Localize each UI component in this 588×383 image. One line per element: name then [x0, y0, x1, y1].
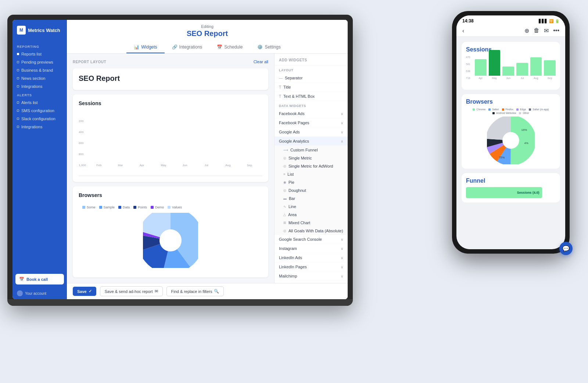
tab-schedule[interactable]: 📅 Schedule [209, 42, 250, 53]
bar-feb: Feb [90, 162, 108, 167]
sub-item-bar[interactable]: ▬ Bar [275, 194, 348, 203]
tab-integrations[interactable]: 🔗 Integrations [165, 42, 210, 53]
tab-settings[interactable]: ⚙️ Settings [250, 42, 288, 53]
widget-instagram[interactable]: Instagram ∨ [275, 244, 348, 253]
pie-chart-container [82, 213, 259, 268]
sub-item-single-metric-adword[interactable]: ◎ Single Metric for AdWord [275, 162, 348, 170]
facebook-pages-label: Facebook Pages [279, 121, 309, 125]
sidebar-item-news-section[interactable]: News section [12, 74, 67, 82]
goals-icon: ◎ [283, 229, 286, 233]
google-analytics-label: Google Analytics [279, 139, 309, 143]
sub-item-label: Single Metric for AdWord [288, 164, 333, 168]
add-icon[interactable]: ⊕ [524, 27, 529, 34]
phone-status-icons: ▋▋▋ 🛜 🔋 [539, 19, 559, 23]
account-button[interactable]: Your account [12, 287, 67, 299]
tab-widgets[interactable]: 📊 Widgets [126, 42, 164, 53]
sidebar-label: Integrations [21, 84, 42, 89]
widget-facebook-ads[interactable]: Facebook Ads ∨ [275, 109, 348, 118]
sub-item-single-metric[interactable]: ◎ Single Metric [275, 154, 348, 162]
widget-google-analytics[interactable]: Google Analytics ∧ [275, 137, 348, 146]
sidebar-label: Integrations [21, 125, 42, 129]
facebook-ads-label: Facebook Ads [279, 111, 305, 116]
line-icon: ∿ [283, 205, 286, 208]
nav-indicator [17, 126, 19, 128]
wifi-icon: 🛜 [549, 19, 553, 23]
gsc-label: Google Search Console [279, 237, 322, 241]
separator-icon: — [279, 76, 283, 80]
instagram-label: Instagram [279, 246, 297, 251]
laptop-screen: M Metrics Watch REPORTING Reports list P… [12, 20, 348, 299]
sub-item-line[interactable]: ∿ Line [275, 203, 348, 211]
nav-indicator [17, 85, 19, 87]
sub-item-all-goals[interactable]: ◎ All Goals With Data (Absolute) [275, 227, 348, 235]
sub-item-area[interactable]: △ Area [275, 211, 348, 219]
sub-item-list[interactable]: ≡ List [275, 170, 348, 178]
find-replace-button[interactable]: Find & replace in filters 🔍 [166, 286, 224, 296]
bar-value [544, 60, 556, 76]
widget-linkedin-ads[interactable]: LinkedIn Ads ∨ [275, 253, 348, 262]
widget-item-left: Google Analytics [279, 139, 309, 143]
tab-bar: 📊 Widgets 🔗 Integrations 📅 Schedule [74, 42, 340, 53]
sidebar-item-alerts-list[interactable]: Alerts list [12, 99, 67, 107]
widget-facebook-pages[interactable]: Facebook Pages ∨ [275, 118, 348, 128]
phone-browsers-section: Browsers Chrome Safari [462, 94, 560, 169]
widget-separator-label: Separator [285, 76, 302, 80]
back-icon[interactable]: ‹ [462, 28, 464, 34]
legend-item-sample: Sample [99, 205, 115, 209]
widget-google-ads[interactable]: Google Ads ∨ [275, 128, 348, 137]
widget-text-html[interactable]: T Text & HTML Box [275, 92, 348, 101]
bar-value [516, 63, 528, 76]
sub-item-label: Line [288, 204, 296, 209]
legend-item-points: Points [133, 205, 147, 209]
svg-text:16%: 16% [521, 128, 527, 132]
widget-google-search-console[interactable]: Google Search Console ∨ [275, 235, 348, 244]
sidebar-label: Alerts list [21, 100, 38, 105]
clear-all-button[interactable]: Clear all [254, 60, 268, 64]
laptop-device: M Metrics Watch REPORTING Reports list P… [7, 15, 360, 353]
save-button[interactable]: Save ✓ [73, 287, 96, 296]
sub-item-custom-funnel[interactable]: ⟶ Custom Funnel [275, 146, 348, 154]
sidebar-item-pending-previews[interactable]: Pending previews [12, 58, 67, 66]
legend-other: Other [519, 112, 529, 114]
book-call-button[interactable]: 📅 Book a call [15, 274, 64, 284]
widget-separator[interactable]: — Separator [275, 74, 348, 83]
legend-color [492, 112, 495, 114]
phone-time: 14:38 [462, 18, 474, 24]
widget-linkedin-pages[interactable]: LinkedIn Pages ∨ [275, 262, 348, 272]
sidebar-item-integrations-reporting[interactable]: Integrations [12, 82, 67, 90]
sub-item-pie[interactable]: ◉ Pie [275, 178, 348, 186]
sidebar-item-sms-config[interactable]: SMS configuration [12, 107, 67, 115]
sidebar-item-business-brand[interactable]: Business & brand [12, 66, 67, 74]
save-send-button[interactable]: Save & send ad-hoc report ✉ [100, 286, 163, 296]
nav-indicator [17, 77, 19, 79]
phone-status-bar: 14:38 ▋▋▋ 🛜 🔋 [456, 15, 565, 25]
widget-item-left: LinkedIn Ads [279, 255, 302, 260]
schedule-tab-icon: 📅 [217, 44, 222, 50]
widget-item-left: LinkedIn Pages [279, 265, 307, 269]
area-icon: △ [283, 213, 286, 216]
phone-screen: 14:38 ▋▋▋ 🛜 🔋 ‹ ⊕ 🗑 ✉ ••• [456, 15, 565, 249]
mail-icon[interactable]: ✉ [544, 27, 549, 34]
settings-tab-label: Settings [265, 44, 280, 50]
mailchimp-label: Mailchimp [279, 274, 297, 278]
funnel-bar-label: Sessions (4.0) [517, 191, 539, 194]
legend-color [82, 206, 85, 209]
widget-text-label: Text & HTML Box [283, 94, 315, 99]
nav-indicator [17, 53, 19, 55]
widget-mailchimp[interactable]: Mailchimp ∨ [275, 272, 348, 281]
sub-item-doughnut[interactable]: ◎ Doughnut [275, 186, 348, 194]
sidebar-item-slack-config[interactable]: Slack configuration [12, 115, 67, 123]
legend-item-values: Values [168, 205, 182, 209]
sidebar-item-reports-list[interactable]: Reports list [12, 50, 67, 58]
sub-item-mixed-chart[interactable]: ⊞ Mixed Chart [275, 219, 348, 227]
legend-safari: Safari [488, 108, 499, 111]
bar-jun: Jun [176, 162, 194, 167]
svg-text:4%: 4% [524, 142, 528, 145]
phone-browsers-title: Browsers [466, 99, 556, 105]
more-icon[interactable]: ••• [553, 27, 559, 34]
nav-indicator [17, 69, 19, 71]
sidebar-label: Slack configuration [21, 117, 55, 121]
sidebar-item-integrations-alerts[interactable]: Integrations [12, 123, 67, 131]
widget-title[interactable]: T Title [275, 83, 348, 92]
delete-icon[interactable]: 🗑 [534, 27, 539, 34]
